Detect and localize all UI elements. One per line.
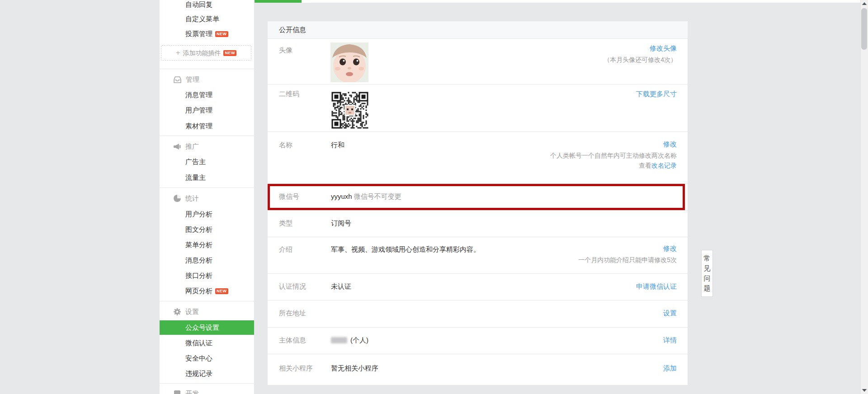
sidebar-item-auto-reply[interactable]: 自动回复	[185, 0, 212, 9]
active-tab-underline[interactable]	[255, 0, 302, 3]
sidebar: 自动回复 自定义菜单 投票管理NEW +添加功能插件NEW 管理 消息管理 用户…	[160, 0, 255, 394]
inbox-icon	[173, 76, 182, 86]
row-intro: 介绍 军事、视频、游戏领域用心创造和分享精彩内容。 修改 一个月内功能介绍只能申…	[268, 237, 688, 274]
row-name: 名称 行和 修改 个人类帐号一个自然年内可主动修改两次名称 查看改名记录	[268, 132, 688, 184]
red-highlight-box	[268, 184, 685, 210]
public-info-panel: 公开信息 头像	[268, 21, 688, 385]
sidebar-item-web-analysis[interactable]: 网页分析NEW	[185, 286, 228, 296]
sidebar-item-security-center[interactable]: 安全中心	[185, 354, 212, 363]
panel-title: 公开信息	[268, 21, 688, 39]
wechat-id-immutable-note: 微信号不可变更	[354, 192, 401, 200]
sidebar-item-account-settings[interactable]: 公众号设置	[160, 320, 254, 335]
sidebar-item-vote-manage[interactable]: 投票管理NEW	[185, 29, 228, 38]
account-avatar-image	[330, 42, 368, 82]
sidebar-item-wechat-verify[interactable]: 微信认证	[185, 338, 212, 347]
row-label: 类型	[279, 219, 292, 228]
row-label: 名称	[279, 141, 292, 150]
sidebar-item-message-analysis[interactable]: 消息分析	[185, 256, 212, 265]
row-label: 微信号	[279, 192, 299, 201]
row-label: 所在地址	[279, 309, 306, 318]
sidebar-item-user-manage[interactable]: 用户管理	[185, 106, 212, 115]
wechat-id-value: yyyuxh 微信号不可变更	[331, 192, 401, 201]
change-avatar-link[interactable]: 修改头像	[650, 44, 677, 53]
intro-change-quota-note: 一个月内功能介绍只能申请修改5次	[578, 256, 677, 264]
row-label: 二维码	[279, 90, 299, 98]
row-label: 介绍	[279, 245, 292, 254]
avatar-change-quota-note: （本月头像还可修改4次）	[604, 56, 677, 64]
row-avatar: 头像 修改头像 （本月头像	[268, 39, 688, 84]
sidebar-item-custom-menu[interactable]: 自定义菜单	[185, 14, 219, 23]
download-qr-link[interactable]: 下载更多尺寸	[636, 90, 677, 98]
row-wechat-id: 微信号 yyyuxh 微信号不可变更	[268, 184, 688, 211]
row-address: 所在地址 设置	[268, 300, 688, 328]
divider	[160, 301, 254, 301]
apply-verification-link[interactable]: 申请微信认证	[636, 282, 677, 291]
pie-chart-icon	[173, 194, 181, 205]
divider	[160, 188, 254, 188]
add-miniprogram-link[interactable]: 添加	[663, 364, 677, 373]
sidebar-item-traffic[interactable]: 流量主	[185, 173, 206, 182]
sidebar-item-message-manage[interactable]: 消息管理	[185, 90, 212, 99]
account-name: 行和	[331, 141, 344, 150]
sidebar-section-manage: 管理	[173, 75, 199, 84]
sidebar-section-stats: 统计	[173, 194, 199, 203]
sidebar-item-material-manage[interactable]: 素材管理	[185, 122, 212, 131]
add-plugin-button[interactable]: +添加功能插件NEW	[161, 45, 251, 61]
name-change-rule-note: 个人类帐号一个自然年内可主动修改两次名称	[550, 152, 677, 160]
account-intro: 军事、视频、游戏领域用心创造和分享精彩内容。	[331, 245, 480, 254]
top-tab-strip	[254, 0, 861, 3]
scroll-up-arrow-icon[interactable]	[862, 2, 867, 5]
sidebar-section-settings: 设置	[173, 307, 199, 316]
scroll-down-arrow-icon[interactable]	[862, 389, 867, 392]
new-badge: NEW	[223, 50, 236, 56]
row-miniprogram: 相关小程序 暂无相关小程序 添加	[268, 354, 688, 385]
sidebar-item-user-analysis[interactable]: 用户分析	[185, 210, 212, 219]
gear-icon	[173, 308, 181, 318]
rename-record: 查看改名记录	[639, 162, 677, 170]
redacted-subject-name	[331, 337, 347, 343]
new-badge: NEW	[215, 31, 228, 37]
divider	[160, 136, 254, 136]
sidebar-item-advertiser[interactable]: 广告主	[185, 157, 206, 166]
qr-code-image	[330, 91, 369, 130]
rename-record-link[interactable]: 改名记录	[651, 162, 677, 169]
certification-status: 未认证	[331, 282, 351, 291]
row-subject: 主体信息 (个人) 详情	[268, 328, 688, 354]
sidebar-section-promotion: 推广	[173, 142, 199, 151]
row-label: 相关小程序	[279, 364, 313, 373]
new-badge: NEW	[215, 288, 228, 294]
sidebar-item-article-analysis[interactable]: 图文分析	[185, 225, 212, 234]
subject-detail-link[interactable]: 详情	[663, 336, 677, 345]
row-label: 头像	[279, 46, 292, 55]
sidebar-item-api-analysis[interactable]: 接口分析	[185, 271, 212, 280]
page: 自动回复 自定义菜单 投票管理NEW +添加功能插件NEW 管理 消息管理 用户…	[0, 0, 868, 394]
scrollbar-thumb[interactable]	[861, 8, 867, 50]
subject-info: (个人)	[331, 336, 368, 345]
sidebar-item-violation-record[interactable]: 违规记录	[185, 369, 212, 378]
megaphone-icon	[173, 143, 181, 153]
row-label: 主体信息	[279, 336, 306, 345]
change-intro-link[interactable]: 修改	[663, 244, 677, 253]
change-name-link[interactable]: 修改	[663, 140, 677, 149]
row-type: 类型 订阅号	[268, 211, 688, 237]
divider	[160, 383, 254, 384]
sidebar-item-menu-analysis[interactable]: 菜单分析	[185, 240, 212, 249]
row-certification: 认证情况 未认证 申请微信认证	[268, 274, 688, 300]
plus-icon: +	[176, 49, 180, 56]
miniprogram-status: 暂无相关小程序	[331, 364, 378, 373]
row-qrcode: 二维码 下载更多尺寸	[268, 84, 688, 132]
divider	[160, 69, 254, 69]
vertical-scrollbar[interactable]	[860, 0, 868, 394]
set-address-link[interactable]: 设置	[663, 309, 677, 318]
dev-icon	[173, 389, 181, 394]
row-label: 认证情况	[279, 282, 306, 291]
account-type: 订阅号	[331, 219, 351, 228]
faq-tab[interactable]: 常见问题	[701, 250, 713, 297]
sidebar-section-develop: 开发	[173, 389, 199, 394]
